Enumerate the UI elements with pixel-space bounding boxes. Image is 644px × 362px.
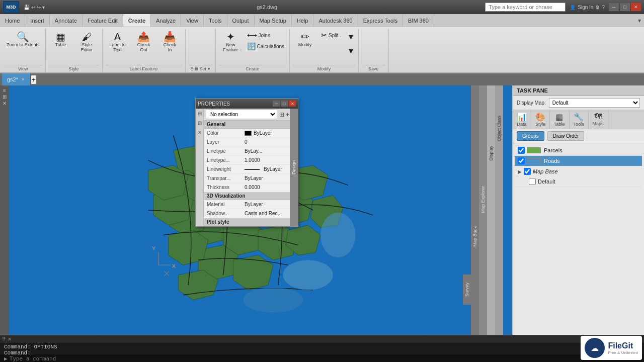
calculations-button[interactable]: 🔢 Calculations [245,41,286,51]
tab-help[interactable]: Help [292,14,314,27]
tab-annotate[interactable]: Annotate [50,14,83,27]
draw-order-button[interactable]: Draw Order [547,131,585,141]
prop-snap-icon2[interactable]: + [286,111,289,118]
check-in-button[interactable]: 📥 CheckIn [158,30,182,54]
minimize-button[interactable]: ─ [609,3,619,11]
check-out-button[interactable]: 📤 CheckOut [132,30,156,54]
prop-row-linetype[interactable]: Linetype ByLay... [204,147,298,156]
style-editor-button[interactable]: 🖌 StyleEditor [75,30,99,54]
prop-row-lineweight[interactable]: Lineweight ByLayer [204,165,298,174]
map-base-group-header[interactable]: ▶ Map Base [515,166,642,176]
tab-output[interactable]: Output [227,14,255,27]
task-tab-table[interactable]: ▦ Table [550,110,570,129]
left-panel-icon3[interactable]: ✕ [3,101,7,106]
table-button[interactable]: ▦ Table [49,30,73,49]
display-tab[interactable]: Display [489,146,494,161]
prop-settings-icon[interactable]: ⊞ [198,120,202,126]
properties-minimize-button[interactable]: ─ [273,101,280,107]
object-class-tab[interactable]: Object Class [497,116,502,141]
map-base-expand-icon[interactable]: ▶ [518,169,522,174]
prop-label-shadow: Shadow... [207,211,245,216]
doc-tab-close-icon[interactable]: ✕ [21,77,25,82]
tab-analyze[interactable]: Analyze [151,14,181,27]
prop-snap-icon1[interactable]: ⊞ [279,111,284,118]
task-tab-data[interactable]: 📊 Data [513,110,531,129]
label-to-text-button[interactable]: A Label toText [106,30,130,54]
maximize-button[interactable]: □ [620,3,630,11]
save-icon[interactable]: 💾 [24,5,30,10]
prop-collapse-icon[interactable]: ⊟ [198,111,202,116]
new-feature-button[interactable]: ✦ NewFeature [219,30,243,54]
prop-row-layer[interactable]: Layer 0 [204,138,298,147]
command-input[interactable] [10,355,640,362]
left-panel-icon1[interactable]: ≡ [3,87,6,93]
tab-home[interactable]: Home [0,14,25,27]
redo-icon[interactable]: ↪ [37,5,41,10]
map-base-checkbox[interactable] [524,168,531,175]
parcels-checkbox[interactable] [518,147,525,154]
properties-header: No selection ⊞ + ⊠ [204,109,298,121]
search-input[interactable] [485,3,566,12]
modify-icon: ✏ [301,32,309,42]
undo-icon[interactable]: ↩ [31,5,35,10]
dropdown-icon[interactable]: ▾ [42,5,45,10]
tab-map-setup[interactable]: Map Setup [255,14,292,27]
help-icon[interactable]: ? [602,5,605,10]
layer-child-default[interactable]: Default [515,176,642,187]
prop-filter-icon[interactable]: ✕ [198,130,202,135]
cmd-close-icon[interactable]: ✕ [8,336,12,342]
prop-row-material[interactable]: Material ByLayer [204,200,298,209]
layer-row-parcels[interactable]: Parcels [515,145,642,156]
map-explorer-tab[interactable]: Map Explorer [480,186,486,213]
settings-icon[interactable]: ⚙ [595,5,600,10]
zoom-extents-button[interactable]: 🔍 Zoom to Extents [4,30,42,49]
prop-row-shadow[interactable]: Shadow... Casts and Rec... [204,209,298,218]
prop-row-thickness[interactable]: Thickness 0.0000 [204,183,298,192]
prop-section-3d[interactable]: 3D Visualization ─ [204,192,298,200]
joins-button[interactable]: ⟷ Joins [245,30,286,40]
doc-tab-gs2[interactable]: gs2* ✕ [2,73,31,85]
groups-button[interactable]: Groups [517,131,544,141]
tab-insert[interactable]: Insert [25,14,50,27]
default-checkbox[interactable] [529,178,536,185]
prop-row-color[interactable]: Color ByLayer [204,129,298,138]
task-tab-tools[interactable]: 🔧 Tools [570,110,589,129]
new-tab-button[interactable]: + [31,75,37,84]
design-side-tab[interactable]: Design [291,160,296,174]
close-button[interactable]: ✕ [631,3,641,11]
task-tab-style[interactable]: 🎨 Style [531,110,550,129]
arrow-down2-button[interactable]: ▾ [347,44,355,57]
tab-express-tools[interactable]: Express Tools [358,14,403,27]
task-pane-toolbar: Groups Draw Order [513,129,644,143]
edit-set-group-label: Edit Set ▾ [189,65,212,72]
left-panel-icon2[interactable]: ⊞ [3,94,7,100]
tab-tools[interactable]: Tools [204,14,227,27]
tab-autodesk360[interactable]: Autodesk 360 [313,14,358,27]
properties-selector[interactable]: No selection [206,110,277,119]
arrow-down1-button[interactable]: ▾ [347,30,355,43]
map-book-tab[interactable]: Map Book [472,226,477,247]
canvas-area[interactable]: Y X PROPERTIES ─ □ ✕ ⊟ ⊞ [9,85,512,335]
signin-label[interactable]: Sign In [578,5,593,10]
display-map-select[interactable]: Default [549,98,640,108]
prop-section-general[interactable]: General ─ [204,121,298,129]
label-to-text-icon: A [114,32,121,42]
tab-feature-edit[interactable]: Feature Edit [83,14,123,27]
prop-row-transparency[interactable]: Transpar... ByLayer [204,174,298,183]
properties-maximize-button[interactable]: □ [281,101,288,107]
survey-tab[interactable]: Survey [464,283,469,297]
ribbon-collapse-icon[interactable]: ▾ [638,17,641,24]
prop-row-linetype-scale[interactable]: Linetype... 1.0000 [204,156,298,165]
tab-view[interactable]: View [181,14,204,27]
roads-checkbox[interactable] [518,157,525,164]
split-button[interactable]: ✂ Split... [319,30,345,40]
layer-row-roads[interactable]: Roads [515,156,642,166]
properties-close-button[interactable]: ✕ [289,101,296,107]
new-feature-icon: ✦ [226,32,235,42]
modify-button[interactable]: ✏ Modify [293,30,317,49]
modify-label: Modify [298,42,312,47]
tab-bim360[interactable]: BIM 360 [403,14,434,27]
task-tab-maps[interactable]: 🗺 Maps [589,110,608,129]
tab-create[interactable]: Create [123,14,151,27]
prop-section-plot-style[interactable]: Plot style + [204,218,298,226]
